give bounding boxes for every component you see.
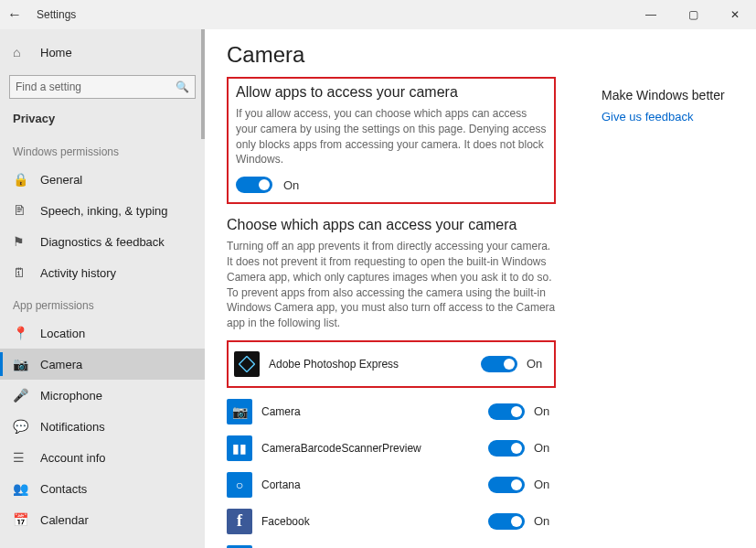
app-row-cortana: ○ Cortana On <box>227 467 556 503</box>
highlight-allow-section: Allow apps to access your camera If you … <box>227 77 556 204</box>
facebook-icon: f <box>227 509 252 534</box>
choose-heading: Choose which apps can access your camera <box>227 217 556 233</box>
allow-desc: If you allow access, you can choose whic… <box>236 106 547 167</box>
nav-location[interactable]: 📍Location <box>0 317 205 349</box>
nav-contacts[interactable]: 👥Contacts <box>0 473 205 504</box>
nav-diagnostics[interactable]: ⚑Diagnostics & feedback <box>0 226 205 257</box>
camera-app-icon: 📷 <box>227 399 252 424</box>
nav-general[interactable]: 🔒General <box>0 164 205 195</box>
nav-speech[interactable]: 🖹Speech, inking, & typing <box>0 195 205 226</box>
allow-toggle-state: On <box>283 178 299 192</box>
aside-heading: Make Windows better <box>602 88 725 102</box>
close-button[interactable]: ✕ <box>714 0 756 29</box>
account-icon: ☰ <box>13 450 29 465</box>
choose-desc: Turning off an app prevents it from dire… <box>227 239 556 331</box>
app-row-facebook: f Facebook On <box>227 503 556 540</box>
app-toggle-state: On <box>534 441 556 455</box>
app-name: Adobe Photoshop Express <box>269 358 481 371</box>
nav-camera[interactable]: 📷Camera <box>0 349 205 380</box>
app-row-feedback: 💬 Feedback Hub On <box>227 540 556 548</box>
app-toggle-cortana[interactable] <box>488 477 525 493</box>
allow-toggle[interactable] <box>236 177 272 193</box>
feedback-icon: ⚑ <box>13 234 29 249</box>
privacy-heading: Privacy <box>0 106 205 134</box>
nav-account-info[interactable]: ☰Account info <box>0 442 205 473</box>
home-icon: ⌂ <box>13 45 29 59</box>
location-icon: 📍 <box>13 326 29 340</box>
group-app-permissions: App permissions <box>0 288 205 317</box>
camera-icon: 📷 <box>13 357 29 371</box>
history-icon: 🗓 <box>13 265 29 280</box>
app-row-camera: 📷 Camera On <box>227 393 556 430</box>
app-toggle-state: On <box>527 357 548 371</box>
nav-notifications[interactable]: 💬Notifications <box>0 411 205 442</box>
window-title: Settings <box>37 8 76 21</box>
feedback-link[interactable]: Give us feedback <box>602 110 693 124</box>
microphone-icon: 🎤 <box>13 388 29 403</box>
app-name: Facebook <box>261 515 488 528</box>
search-placeholder: Find a setting <box>16 81 81 93</box>
lock-icon: 🔒 <box>13 172 29 187</box>
app-name: CameraBarcodeScannerPreview <box>261 442 488 455</box>
search-input[interactable]: Find a setting 🔍 <box>9 75 196 99</box>
app-toggle-barcode[interactable] <box>488 440 525 457</box>
nav-activity[interactable]: 🗓Activity history <box>0 257 205 288</box>
app-row-adobe: Adobe Photoshop Express On <box>234 346 548 382</box>
home-label: Home <box>40 46 72 59</box>
app-toggle-camera[interactable] <box>488 403 525 420</box>
page-title: Camera <box>227 42 556 68</box>
svg-rect-0 <box>240 356 255 371</box>
search-icon: 🔍 <box>176 81 189 93</box>
cortana-icon: ○ <box>227 472 252 498</box>
speech-icon: 🖹 <box>13 203 29 218</box>
sidebar: ⌂ Home Find a setting 🔍 Privacy Windows … <box>0 29 205 548</box>
app-toggle-adobe[interactable] <box>481 356 517 372</box>
app-toggle-state: On <box>534 478 556 491</box>
aside: Make Windows better Give us feedback <box>602 42 725 548</box>
notifications-icon: 💬 <box>13 419 29 434</box>
minimize-button[interactable]: — <box>630 0 672 29</box>
nav-microphone[interactable]: 🎤Microphone <box>0 380 205 411</box>
nav-calendar[interactable]: 📅Calendar <box>0 504 205 535</box>
highlight-adobe-row: Adobe Photoshop Express On <box>227 340 556 388</box>
titlebar: ← Settings — ▢ ✕ <box>0 0 756 29</box>
barcode-icon: ▮▮ <box>227 435 252 461</box>
allow-heading: Allow apps to access your camera <box>236 84 547 101</box>
calendar-icon: 📅 <box>13 512 29 527</box>
back-button[interactable]: ← <box>0 6 29 23</box>
maximize-button[interactable]: ▢ <box>672 0 714 29</box>
app-name: Camera <box>261 405 488 418</box>
scrollbar[interactable] <box>201 29 205 139</box>
app-toggle-facebook[interactable] <box>488 513 525 530</box>
app-toggle-state: On <box>534 404 556 418</box>
group-windows-permissions: Windows permissions <box>0 134 205 164</box>
app-toggle-state: On <box>534 514 556 528</box>
main-content: Camera Allow apps to access your camera … <box>205 29 756 548</box>
adobe-icon <box>234 351 260 377</box>
app-name: Cortana <box>261 478 488 491</box>
app-row-barcode: ▮▮ CameraBarcodeScannerPreview On <box>227 430 556 467</box>
contacts-icon: 👥 <box>13 481 29 496</box>
home-button[interactable]: ⌂ Home <box>0 37 205 68</box>
